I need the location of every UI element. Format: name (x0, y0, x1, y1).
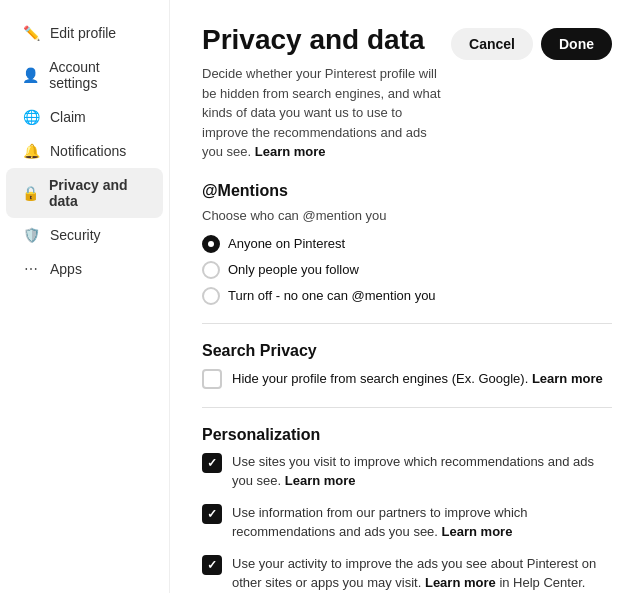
bell-icon: 🔔 (22, 143, 40, 159)
checkbox-sites-visit[interactable] (202, 453, 222, 473)
mentions-section: @Mentions Choose who can @mention you An… (202, 182, 612, 305)
search-privacy-section: Search Privacy Hide your profile from se… (202, 342, 612, 389)
sidebar-item-security[interactable]: 🛡️ Security (6, 218, 163, 252)
sidebar-item-apps[interactable]: ⋯ Apps (6, 252, 163, 286)
header-learn-more-link[interactable]: Learn more (255, 144, 326, 159)
header-buttons: Cancel Done (451, 28, 612, 60)
lock-icon: 🔒 (22, 185, 39, 201)
search-privacy-title: Search Privacy (202, 342, 612, 360)
radio-circle-turnoff (202, 287, 220, 305)
sidebar-item-claim[interactable]: 🌐 Claim (6, 100, 163, 134)
radio-following[interactable]: Only people you follow (202, 261, 612, 279)
sidebar-label-security: Security (50, 227, 101, 243)
personalization-title: Personalization (202, 426, 612, 444)
account-icon: 👤 (22, 67, 39, 83)
search-privacy-checkbox[interactable] (202, 369, 222, 389)
activity-learn-more[interactable]: Learn more (425, 575, 496, 590)
sidebar-item-privacy-and-data[interactable]: 🔒 Privacy and data (6, 168, 163, 218)
personalization-section: Personalization Use sites you visit to i… (202, 426, 612, 594)
divider-2 (202, 407, 612, 408)
label-sites-visit: Use sites you visit to improve which rec… (232, 452, 612, 491)
checkbox-activity[interactable] (202, 555, 222, 575)
edit-icon: ✏️ (22, 25, 40, 41)
search-privacy-learn-more[interactable]: Learn more (532, 371, 603, 386)
label-partner-info: Use information from our partners to imp… (232, 503, 612, 542)
divider-1 (202, 323, 612, 324)
sidebar-label-notifications: Notifications (50, 143, 126, 159)
sidebar-label-account-settings: Account settings (49, 59, 147, 91)
page-title: Privacy and data (202, 24, 451, 56)
search-privacy-row: Hide your profile from search engines (E… (202, 368, 612, 389)
shield-icon: 🛡️ (22, 227, 40, 243)
mentions-title: @Mentions (202, 182, 612, 200)
main-content: Privacy and data Decide whether your Pin… (170, 0, 644, 593)
partner-info-learn-more[interactable]: Learn more (442, 524, 513, 539)
apps-icon: ⋯ (22, 261, 40, 277)
search-privacy-label: Hide your profile from search engines (E… (232, 371, 603, 386)
personalization-item-activity[interactable]: Use your activity to improve the ads you… (202, 554, 612, 593)
done-button[interactable]: Done (541, 28, 612, 60)
page-description: Decide whether your Pinterest profile wi… (202, 64, 451, 162)
cancel-button[interactable]: Cancel (451, 28, 533, 60)
sidebar-item-notifications[interactable]: 🔔 Notifications (6, 134, 163, 168)
sidebar-label-apps: Apps (50, 261, 82, 277)
personalization-item-partner-info[interactable]: Use information from our partners to imp… (202, 503, 612, 542)
mentions-radio-group: Anyone on Pinterest Only people you foll… (202, 235, 612, 305)
mentions-subtitle: Choose who can @mention you (202, 208, 612, 223)
sites-visit-learn-more[interactable]: Learn more (285, 473, 356, 488)
sidebar-label-privacy-and-data: Privacy and data (49, 177, 147, 209)
radio-circle-anyone (202, 235, 220, 253)
radio-label-turnoff: Turn off - no one can @mention you (228, 288, 436, 303)
sidebar-label-edit-profile: Edit profile (50, 25, 116, 41)
radio-circle-following (202, 261, 220, 279)
page-header: Privacy and data Decide whether your Pin… (202, 24, 612, 162)
sidebar-item-account-settings[interactable]: 👤 Account settings (6, 50, 163, 100)
sidebar: ✏️ Edit profile 👤 Account settings 🌐 Cla… (0, 0, 170, 593)
personalization-item-sites-visit[interactable]: Use sites you visit to improve which rec… (202, 452, 612, 491)
radio-label-following: Only people you follow (228, 262, 359, 277)
radio-turnoff[interactable]: Turn off - no one can @mention you (202, 287, 612, 305)
claim-icon: 🌐 (22, 109, 40, 125)
radio-anyone[interactable]: Anyone on Pinterest (202, 235, 612, 253)
radio-label-anyone: Anyone on Pinterest (228, 236, 345, 251)
label-activity: Use your activity to improve the ads you… (232, 554, 612, 593)
sidebar-item-edit-profile[interactable]: ✏️ Edit profile (6, 16, 163, 50)
checkbox-partner-info[interactable] (202, 504, 222, 524)
sidebar-label-claim: Claim (50, 109, 86, 125)
